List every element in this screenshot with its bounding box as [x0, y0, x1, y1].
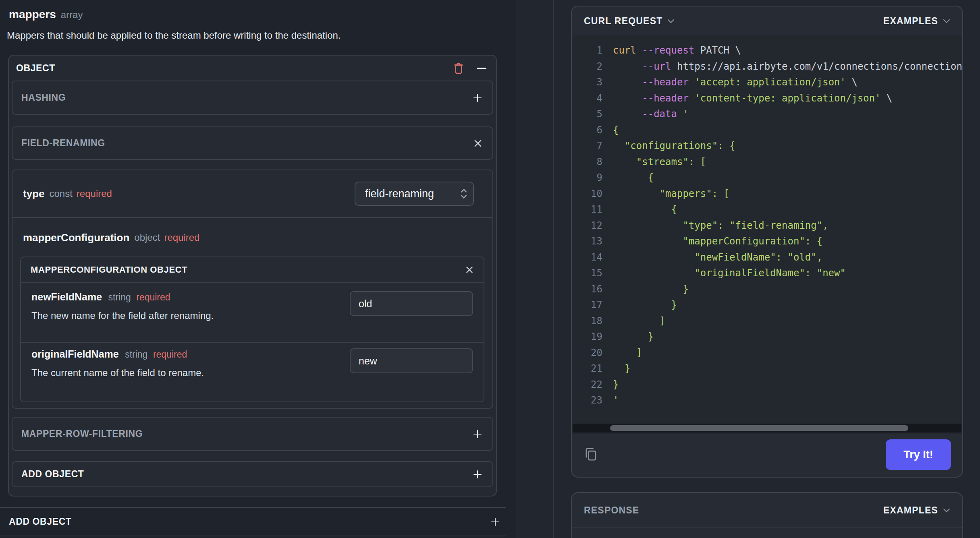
response-examples-dropdown[interactable]: EXAMPLES — [883, 505, 950, 516]
plus-icon — [490, 517, 500, 527]
code-line: 1curl --request PATCH \ — [580, 43, 962, 59]
code-line: 21 } — [580, 361, 962, 377]
curl-card-footer: Try It! — [572, 432, 962, 477]
mapper-configuration-title: MAPPERCONFIGURATION OBJECT — [31, 265, 187, 275]
close-icon[interactable] — [473, 139, 483, 148]
original-field-name-meta: string — [125, 349, 147, 360]
code-line: 8 "streams": [ — [580, 154, 962, 170]
plus-icon — [472, 469, 483, 480]
curl-request-title: CURL REQUEST — [584, 16, 662, 27]
add-object-bottom-label: ADD OBJECT — [9, 516, 72, 527]
hashing-section-row[interactable]: HASHING — [12, 81, 493, 115]
code-line: 19 } — [580, 329, 962, 345]
field-heading: mappersarray — [9, 8, 83, 21]
type-select-value: field-renaming — [365, 188, 434, 200]
original-field-name-required: required — [153, 349, 187, 360]
code-line: 23' — [580, 393, 962, 409]
schema-column: mappersarray Mappers that should be appl… — [0, 0, 516, 538]
curl-card-header: CURL REQUEST EXAMPLES — [572, 6, 962, 35]
trash-icon — [453, 62, 465, 75]
horizontal-scrollbar[interactable] — [573, 424, 961, 432]
code-line: 11 { — [580, 202, 962, 218]
code-line: 9 { — [580, 170, 962, 186]
code-line: 3 --header 'accept: application/json' \ — [580, 74, 962, 91]
select-chevrons-icon — [460, 188, 467, 200]
new-field-name-label: newFieldName — [31, 291, 102, 302]
mapper-configuration-meta: object — [134, 232, 160, 243]
field-type-badge: array — [61, 9, 83, 20]
chevron-down-icon — [943, 19, 950, 24]
type-field-meta: const — [49, 188, 72, 199]
code-lines: 1curl --request PATCH \2 --url https://a… — [572, 35, 962, 409]
mapper-configuration-header: MAPPERCONFIGURATION OBJECT — [21, 257, 484, 283]
add-object-row[interactable]: ADD OBJECT — [12, 461, 493, 487]
type-field-required: required — [77, 188, 112, 199]
add-object-label: ADD OBJECT — [21, 469, 84, 480]
new-field-name-meta: string — [108, 292, 131, 302]
object-panel-header: OBJECT — [9, 56, 496, 81]
curl-request-dropdown[interactable]: CURL REQUEST — [584, 16, 675, 27]
minus-icon — [477, 68, 486, 69]
chevron-down-icon — [667, 19, 675, 24]
object-panel: OBJECT HASHING — [8, 55, 497, 497]
code-line: 22} — [580, 377, 962, 393]
new-field-name-description: The new name for the field after renamin… — [31, 310, 350, 321]
plus-icon — [472, 429, 483, 439]
collapse-object-button[interactable] — [477, 68, 486, 69]
field-title: mappers — [9, 8, 56, 21]
code-line: 10 "mappers": [ — [580, 186, 962, 202]
code-line: 18 ] — [580, 313, 962, 329]
request-examples-label: EXAMPLES — [883, 16, 938, 27]
new-field-name-input[interactable] — [350, 291, 473, 316]
mapper-configuration-box: MAPPERCONFIGURATION OBJECT newFieldName … — [20, 257, 484, 402]
code-line: 2 --url https://api.airbyte.com/v1/conne… — [580, 59, 962, 75]
plus-icon — [472, 93, 483, 103]
code-line: 16 } — [580, 281, 962, 298]
response-card-header: RESPONSE EXAMPLES — [572, 493, 962, 528]
mapper-row-filtering-section-row[interactable]: MAPPER-ROW-FILTERING — [12, 417, 493, 451]
code-line: 17 } — [580, 297, 962, 313]
new-field-name-info: newFieldName string required The new nam… — [31, 291, 350, 321]
field-renaming-section-row[interactable]: FIELD-RENAMING — [12, 126, 493, 160]
field-renaming-label: FIELD-RENAMING — [21, 138, 105, 149]
mapper-configuration-name: mapperConfiguration — [23, 232, 129, 244]
original-field-name-input[interactable] — [350, 348, 473, 373]
code-line: 15 "originalFieldName": "new" — [580, 265, 962, 281]
mapper-row-filtering-label: MAPPER-ROW-FILTERING — [21, 428, 143, 439]
field-renaming-content: type const required field-renaming mappe… — [12, 170, 493, 409]
original-field-name-info: originalFieldName string required The cu… — [31, 348, 350, 379]
request-examples-dropdown[interactable]: EXAMPLES — [883, 16, 950, 27]
add-object-row-bottom[interactable]: ADD OBJECT — [0, 507, 506, 536]
original-field-name-description: The current name of the field to rename. — [31, 367, 350, 379]
field-description: Mappers that should be applied to the st… — [7, 30, 341, 41]
object-panel-title: OBJECT — [16, 63, 55, 74]
delete-object-button[interactable] — [453, 62, 465, 75]
new-field-name-row: newFieldName string required The new nam… — [21, 283, 484, 343]
api-docs-page: mappersarray Mappers that should be appl… — [0, 0, 980, 538]
copy-code-button[interactable] — [583, 446, 598, 464]
code-block: 1curl --request PATCH \2 --url https://a… — [572, 35, 962, 434]
hashing-label: HASHING — [21, 92, 66, 103]
chevron-down-icon — [943, 508, 950, 513]
horizontal-scrollbar-thumb[interactable] — [610, 425, 908, 431]
code-line: 14 "newFieldName": "old", — [580, 250, 962, 266]
response-card: RESPONSE EXAMPLES — [571, 492, 963, 538]
mapper-configuration-required: required — [164, 232, 199, 243]
code-line: 7 "configurations": { — [580, 138, 962, 154]
new-field-name-required: required — [136, 292, 170, 302]
response-title: RESPONSE — [584, 505, 639, 516]
type-field-row: type const required field-renaming — [12, 170, 492, 218]
code-line: 12 "type": "field-renaming", — [580, 218, 962, 234]
code-line: 6{ — [580, 122, 962, 139]
close-icon[interactable] — [465, 265, 474, 274]
type-field-name: type — [23, 188, 44, 200]
code-line: 4 --header 'content-type: application/js… — [580, 91, 962, 107]
column-divider — [553, 0, 554, 538]
try-it-button[interactable]: Try It! — [886, 439, 951, 470]
original-field-name-label: originalFieldName — [31, 348, 119, 360]
type-select[interactable]: field-renaming — [355, 182, 474, 206]
curl-request-card: CURL REQUEST EXAMPLES 1curl --request PA… — [571, 6, 963, 478]
original-field-name-row: originalFieldName string required The cu… — [21, 343, 484, 403]
code-line: 5 --data ' — [580, 106, 962, 122]
mapper-configuration-label-row: mapperConfiguration object required — [12, 219, 492, 257]
